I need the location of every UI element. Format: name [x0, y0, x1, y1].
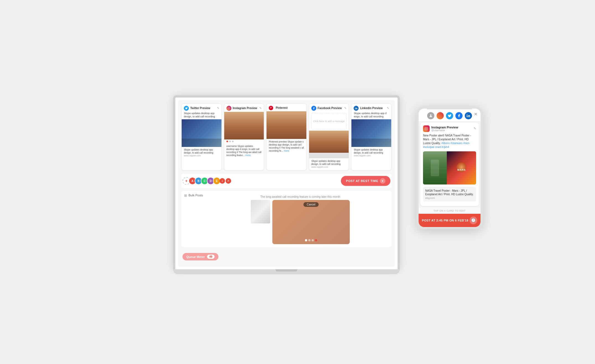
- phone-ig-img-right: MARS: [447, 151, 476, 184]
- instagram-card-image: [224, 112, 264, 139]
- preview-cards-row: Twitter Preview ✎ Skype updates desktop …: [181, 104, 392, 170]
- linkedin-platform: Linkedin Preview: [354, 106, 383, 111]
- laptop-mockup: Twitter Preview ✎ Skype updates desktop …: [173, 95, 400, 274]
- pinterest-icon: P: [269, 106, 273, 110]
- instagram-bottom-text: username Skype updates desktop app d esi…: [226, 145, 262, 157]
- phone-clock-button[interactable]: 🕐: [469, 217, 477, 224]
- notification-badge: 1: [220, 178, 225, 184]
- facebook-url: www.rappler.com: [311, 166, 347, 168]
- phone-ig-preview: Instagram Preview @username ✎ New Poster…: [420, 123, 479, 206]
- instagram-card-bottom: username Skype updates desktop app d esi…: [224, 143, 264, 159]
- facebook-bottom-text: Skype updates desktop app design, to add…: [311, 160, 347, 166]
- facebook-card-image: [309, 131, 349, 158]
- phone-close-button[interactable]: ✕: [473, 112, 478, 117]
- mars-poster: MARS: [447, 151, 476, 184]
- post-btn-arrow: ▾: [380, 178, 385, 184]
- phone-tap-hint: TAP ON A CARD TO EDIT: [419, 208, 481, 214]
- linkedin-preview-card: Linkedin Preview ✎ Skype updates desktop…: [351, 104, 392, 170]
- twitter-platform: Twitter Preview: [184, 106, 210, 111]
- pinterest-bottom-text: Pinterest preview Skype update s desktop…: [269, 140, 304, 152]
- linkedin-bottom-text: Skype updates desktop app design, to add…: [354, 148, 389, 154]
- instagram-preview-card: Instagram Preview ✎: [224, 104, 264, 170]
- facebook-icon: [311, 106, 316, 111]
- phone-ig-link-url: etsy.com: [425, 197, 474, 199]
- bulk-posts-section: ⊞ Bulk Posts The long-awaited call recor…: [181, 191, 392, 247]
- twitter-icon: [184, 106, 189, 111]
- phone-post-btn-label: POST AT 2:45 PM ON 6 FEB'18: [422, 219, 468, 222]
- pinterest-platform: P Pinterest: [269, 106, 288, 110]
- twitter-card-text: Skype updates desktop app design, to add…: [182, 112, 221, 119]
- phone-ig-username: @username: [431, 129, 458, 132]
- linkedin-card-bottom: Skype updates desktop app design, to add…: [351, 147, 391, 159]
- video-dot-4: [315, 239, 317, 241]
- twitter-edit-icon[interactable]: ✎: [217, 107, 219, 110]
- post-best-time-button[interactable]: POST AT BEST TIME ▾: [341, 176, 390, 186]
- pinterest-preview-card: P Pinterest Pinterest preview Skype upda…: [266, 104, 307, 170]
- facebook-placeholder-text: Click here to add a message: [313, 120, 345, 123]
- instagram-more-link[interactable]: more: [245, 154, 250, 157]
- phone-ig-title: Instagram Preview: [431, 126, 458, 129]
- phone-ig-header: Instagram Preview @username ✎: [423, 125, 476, 132]
- twitter-card-bottom: Skype updates desktop app design, to add…: [182, 147, 221, 159]
- cancel-button[interactable]: Cancel: [303, 202, 319, 207]
- post-btn-label: POST AT BEST TIME: [346, 179, 378, 183]
- phone-ig-img-left: [423, 151, 447, 184]
- instagram-dots: [224, 139, 264, 143]
- phone-mockup: ✕ Instagram Preview @username: [416, 106, 483, 229]
- bulk-grid-icon: ⊞: [184, 194, 187, 197]
- twitter-preview-card: Twitter Preview ✎ Skype updates desktop …: [181, 104, 222, 170]
- linkedin-edit-icon[interactable]: ✎: [387, 107, 389, 110]
- avatar-group: + A B C D E 1 P: [182, 177, 231, 185]
- queue-meter-label: Queue Meter: [186, 255, 205, 259]
- video-dot-1: [305, 239, 307, 241]
- bulk-posts-label-area: ⊞ Bulk Posts: [184, 194, 209, 244]
- svg-point-3: [430, 114, 432, 116]
- pinterest-card-bottom: Pinterest preview Skype update s desktop…: [267, 139, 306, 154]
- dot-3: [232, 141, 234, 142]
- video-progress: [305, 239, 317, 241]
- pinterest-card-title: Pinterest: [276, 106, 288, 109]
- phone-ig-brand: Instagram Preview @username: [423, 125, 458, 132]
- facebook-platform: Facebook Preview: [311, 106, 342, 111]
- pinterest-more-link[interactable]: more: [284, 149, 289, 152]
- pinterest-card-image: [267, 111, 306, 139]
- phone-ig-link-title: NASA Travel Poster - Mars - JPL / Exopla…: [425, 189, 474, 196]
- facebook-card-bottom: Skype updates desktop app design, to add…: [309, 158, 349, 170]
- phone-ig-edit-icon[interactable]: ✎: [474, 127, 476, 130]
- phone-avatar-user: [427, 112, 435, 120]
- bulk-posts-label: Bulk Posts: [189, 194, 203, 197]
- linkedin-url: www.rappler.com: [354, 154, 389, 157]
- twitter-card-image: [182, 119, 221, 147]
- phone-ig-image-area: MARS: [423, 151, 476, 184]
- facebook-card-title: Facebook Preview: [318, 107, 342, 110]
- bulk-description: The long-awaited call recording feature …: [260, 195, 340, 198]
- svg-point-4: [467, 114, 467, 115]
- facebook-preview-card: Facebook Preview ✎ Click here to add a m…: [309, 104, 349, 170]
- screen-content: Twitter Preview ✎ Skype updates desktop …: [178, 100, 395, 267]
- video-dot-3: [312, 239, 314, 241]
- phone-content: ✕ Instagram Preview @username: [419, 109, 481, 227]
- instagram-platform: Instagram Preview: [226, 106, 257, 111]
- instagram-icon: [226, 106, 231, 111]
- linkedin-icon: [354, 106, 359, 111]
- queue-count: 49: [207, 255, 215, 259]
- facebook-placeholder[interactable]: Click here to add a message: [311, 113, 347, 130]
- dot-1: [226, 141, 228, 142]
- twitter-card-title: Twitter Preview: [190, 107, 210, 110]
- phone-ig-link-preview: NASA Travel Poster - Mars - JPL / Exopla…: [423, 187, 476, 202]
- instagram-card-title: Instagram Preview: [233, 107, 257, 110]
- phone-ig-text: New Poster alert! NASA Travel Poster - M…: [423, 134, 476, 149]
- twitter-bottom-text: Skype updates desktop app design, to add…: [184, 148, 219, 154]
- bulk-post-main: The long-awaited call recording feature …: [212, 194, 389, 244]
- bulk-thumb-1: [251, 200, 270, 223]
- instagram-edit-icon[interactable]: ✎: [259, 107, 262, 110]
- bulk-video-overlay: Cancel: [272, 200, 350, 244]
- facebook-edit-icon[interactable]: ✎: [344, 107, 346, 110]
- svg-point-2: [355, 107, 356, 108]
- queue-meter[interactable]: Queue Meter 49: [182, 253, 218, 260]
- mars-label: MARS: [457, 168, 466, 171]
- phone-ig-title-block: Instagram Preview @username: [431, 126, 458, 132]
- phone-post-btn-row[interactable]: POST AT 2:45 PM ON 6 FEB'18 🕐: [419, 214, 481, 227]
- laptop-base: [173, 269, 400, 274]
- pinterest-badge: P: [226, 178, 231, 184]
